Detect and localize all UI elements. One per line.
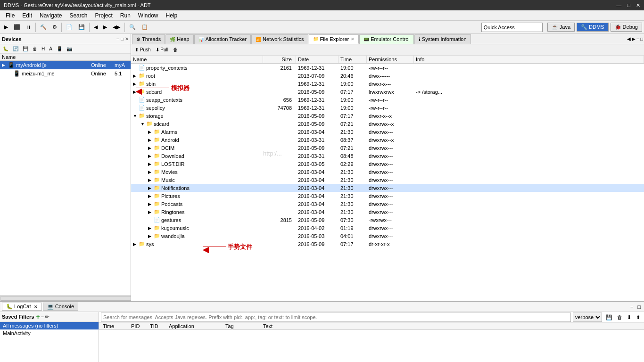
- toolbar-btn-10[interactable]: ◀▶: [110, 23, 123, 32]
- quick-access-input[interactable]: [481, 23, 543, 32]
- expand-btn-dcim[interactable]: ▶: [148, 146, 154, 150]
- file-row-dcim[interactable]: ▶📁DCIM2016-05-0907:21drwxrwx---: [131, 144, 644, 152]
- file-row-kugoumusic[interactable]: ▶📁kugoumusic2016-04-0201:19drwxrwx---: [131, 224, 644, 232]
- dev-toolbar-hprof[interactable]: H: [40, 45, 47, 52]
- file-list[interactable]: Name Size Date Time Permissions Info 📄pr…: [131, 56, 644, 301]
- lt-col-pid[interactable]: PID: [129, 323, 148, 329]
- devices-maximize-btn[interactable]: □: [121, 36, 124, 41]
- file-row-movies[interactable]: ▶📁Movies2016-03-0421:30drwxrwx---: [131, 168, 644, 176]
- menu-file[interactable]: File: [2, 11, 18, 20]
- logcat-min-btn[interactable]: −: [629, 304, 635, 310]
- expand-btn-download[interactable]: ▶: [148, 154, 154, 158]
- fe-delete-btn[interactable]: 🗑: [171, 46, 180, 53]
- expand-btn-pictures[interactable]: ▶: [148, 194, 154, 198]
- file-row-sdcard[interactable]: ▼📁sdcard2016-05-0907:21drwxrwx--x: [131, 120, 644, 128]
- expand-btn-sys[interactable]: ▶: [133, 242, 139, 247]
- expand-btn-sdcard[interactable]: ▶: [133, 90, 139, 94]
- log-level-select[interactable]: verbose debug info warn error: [573, 313, 602, 322]
- file-row-android[interactable]: ▶📁Android2016-03-3108:37drwxrwx--x: [131, 136, 644, 144]
- file-row-notifications[interactable]: ▶📁Notifications2016-03-0421:30drwxrwx---: [131, 184, 644, 192]
- tab-fileexplorer[interactable]: 📁 File Explorer ✕: [309, 34, 359, 44]
- debug-perspective-btn[interactable]: 🐞 Debug: [611, 23, 642, 32]
- tab-allocation[interactable]: 📊 Allocation Tracker: [194, 34, 251, 44]
- col-time[interactable]: Time: [339, 56, 367, 63]
- filter-all-messages[interactable]: All messages (no filters): [0, 322, 99, 329]
- tab-console[interactable]: 💻 Console: [43, 303, 78, 311]
- expand-btn-lost.dir[interactable]: ▶: [148, 162, 154, 166]
- expand-btn-sdcard[interactable]: ▼: [140, 122, 146, 126]
- dev-toolbar-update-heap[interactable]: 💾: [21, 45, 30, 52]
- file-row-root[interactable]: ▶📁root2013-07-0920:46drwx------: [131, 72, 644, 80]
- toolbar-btn-9[interactable]: ▶: [101, 23, 109, 32]
- menu-edit[interactable]: Edit: [18, 11, 36, 20]
- filter-mainactivity[interactable]: MainActivity: [0, 329, 99, 337]
- expand-btn-ringtones[interactable]: ▶: [148, 210, 154, 214]
- fe-max-btn[interactable]: □: [640, 36, 643, 41]
- fe-pull-btn[interactable]: ⬇ Pull: [154, 46, 170, 53]
- expand-btn-sbin[interactable]: ▶: [133, 82, 139, 86]
- ddms-perspective-btn[interactable]: 🔧 DDMS: [577, 23, 608, 32]
- close-button[interactable]: ✕: [636, 2, 640, 8]
- toolbar-btn-3[interactable]: ⏸: [24, 23, 33, 32]
- minimize-button[interactable]: —: [616, 2, 621, 8]
- toolbar-btn-11[interactable]: 🔍: [127, 23, 138, 32]
- logcat-search-input[interactable]: [101, 313, 571, 322]
- lt-col-time[interactable]: Time: [101, 323, 129, 329]
- expand-btn-alarms[interactable]: ▶: [148, 130, 154, 134]
- java-perspective-btn[interactable]: ☕ Java: [547, 23, 575, 32]
- expand-btn-android[interactable]: ▶: [148, 138, 154, 142]
- file-row-storage[interactable]: ▼📁storage2016-05-0907:17drwxr-x--x: [131, 112, 644, 120]
- fe-min-btn[interactable]: −: [636, 36, 639, 41]
- dev-toolbar-gc[interactable]: 🗑: [31, 45, 39, 52]
- dev-toolbar-debug[interactable]: 🐛: [1, 45, 10, 52]
- file-row-lost.dir[interactable]: ▶📁LOST.DIR2016-03-0502:29drwxrwx---: [131, 160, 644, 168]
- menu-search[interactable]: Search: [66, 11, 91, 20]
- lt-col-tid[interactable]: TID: [148, 323, 167, 329]
- logcat-max-btn[interactable]: □: [636, 304, 642, 310]
- expand-btn-kugoumusic[interactable]: ▶: [148, 226, 154, 230]
- lt-col-tag[interactable]: Tag: [223, 323, 261, 329]
- file-row-gestures[interactable]: 📄gestures28152016-05-0907:30-rwxrwx---: [131, 216, 644, 224]
- file-row-seapp_contexts[interactable]: 📄seapp_contexts6561969-12-3119:00-rw-r--…: [131, 96, 644, 104]
- toolbar-btn-5[interactable]: ⚙: [50, 23, 59, 32]
- devices-list[interactable]: ▶ 📱 myAndroid [e Online myA 📱 meizu-m1_m…: [0, 61, 131, 295]
- file-row-sbin[interactable]: ▶📁sbin1969-12-3119:00drwxr-x---: [131, 80, 644, 88]
- file-row-pictures[interactable]: ▶📁Pictures2016-03-0421:30drwxrwx---: [131, 192, 644, 200]
- devices-close-btn[interactable]: ✕: [125, 36, 129, 41]
- toolbar-btn-2[interactable]: ⬛: [11, 23, 23, 32]
- expand-arrow-myandroid[interactable]: ▶: [2, 63, 8, 67]
- dev-toolbar-allocation[interactable]: A: [47, 45, 54, 52]
- tab-emulator[interactable]: 📟 Emulator Control: [359, 34, 414, 44]
- dev-toolbar-update-threads[interactable]: 🔄: [11, 45, 20, 52]
- col-info[interactable]: Info: [414, 56, 644, 63]
- lt-col-application[interactable]: Application: [167, 323, 223, 329]
- expand-btn-storage[interactable]: ▼: [133, 114, 139, 118]
- file-row-sys[interactable]: ▶📁sys2016-05-0907:17dr-xr-xr-x: [131, 240, 644, 248]
- tab-threads[interactable]: ⚙ Threads: [132, 34, 165, 44]
- expand-btn-music[interactable]: ▶: [148, 178, 154, 182]
- file-row-sdcard[interactable]: ▶📁sdcard2016-05-0907:17lrwxrwxrwx-> /sto…: [131, 88, 644, 96]
- expand-btn-wandoujia[interactable]: ▶: [148, 234, 154, 239]
- col-name[interactable]: Name: [131, 56, 263, 63]
- device-row-meizu[interactable]: 📱 meizu-m1_me Online 5.1: [0, 69, 131, 78]
- fe-nav-right[interactable]: ▶: [632, 36, 636, 41]
- devices-minimize-btn[interactable]: −: [116, 36, 119, 41]
- log-export-btn[interactable]: ⬆: [634, 313, 642, 321]
- menu-help[interactable]: Help: [162, 11, 182, 20]
- expand-btn-root[interactable]: ▶: [133, 74, 139, 78]
- toolbar-btn-12[interactable]: 📋: [139, 23, 150, 32]
- saved-filters-add[interactable]: +: [36, 313, 40, 321]
- log-clear-btn[interactable]: 🗑: [615, 313, 624, 321]
- menu-navigate[interactable]: Navigate: [36, 11, 66, 20]
- col-size[interactable]: Size: [263, 56, 296, 63]
- col-permissions[interactable]: Permissions: [367, 56, 414, 63]
- file-row-ringtones[interactable]: ▶📁Ringtones2016-03-0421:30drwxrwx---: [131, 208, 644, 216]
- expand-btn-notifications[interactable]: ▶: [148, 186, 154, 190]
- file-row-download[interactable]: ▶📁Download2016-03-3108:48drwxrwx---: [131, 152, 644, 160]
- expand-btn-movies[interactable]: ▶: [148, 170, 154, 174]
- tab-fileexplorer-close[interactable]: ✕: [351, 37, 355, 41]
- toolbar-btn-6[interactable]: 📄: [64, 23, 75, 32]
- logcat-tab-close[interactable]: ✕: [34, 304, 38, 309]
- file-row-wandoujia[interactable]: ▶📁wandoujia2016-05-0304:01drwxrwx---: [131, 232, 644, 240]
- tab-logcat[interactable]: 🐛 LogCat ✕: [2, 303, 42, 311]
